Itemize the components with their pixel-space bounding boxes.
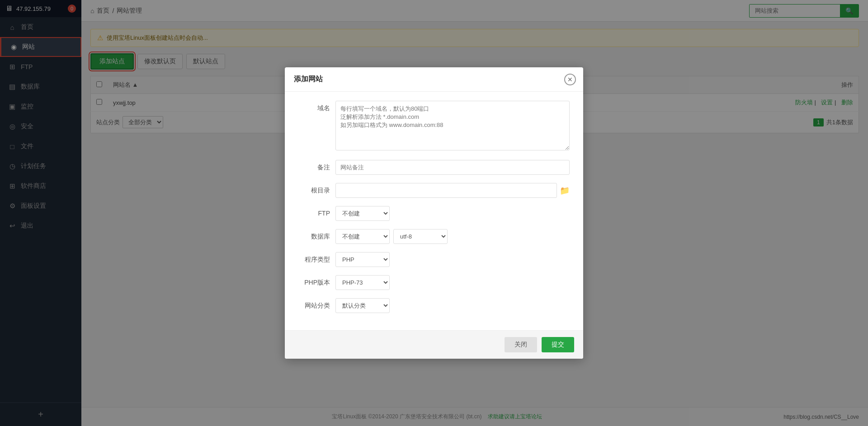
phpversion-select[interactable]: PHP-73 [335,275,390,290]
modal-close-btn[interactable]: 关闭 [505,337,537,352]
add-website-modal: 添加网站 ✕ 域名 备注 根目录 [285,67,583,359]
modal-close-button[interactable]: ✕ [564,74,576,85]
form-row-rootdir: 根目录 /www/wwwroot 📁 [298,183,570,198]
note-control [335,160,570,175]
domain-label: 域名 [298,101,330,112]
phpversion-control: PHP-73 [335,275,570,290]
form-row-ftp: FTP 不创建 [298,206,570,221]
charset-select[interactable]: utf-8 [393,229,448,244]
domain-control [335,101,570,152]
database-control: 不创建 utf-8 [335,229,570,244]
modal-submit-btn[interactable]: 提交 [542,337,574,352]
ftp-label: FTP [298,206,330,217]
form-row-note: 备注 [298,160,570,175]
rootdir-control: /www/wwwroot 📁 [335,183,570,198]
form-row-phpversion: PHP版本 PHP-73 [298,275,570,290]
ftp-select[interactable]: 不创建 [335,206,390,221]
rootdir-input[interactable]: /www/wwwroot [335,183,557,198]
ftp-control: 不创建 [335,206,570,221]
form-row-database: 数据库 不创建 utf-8 [298,229,570,244]
modal-overlay: 添加网站 ✕ 域名 备注 根目录 [0,0,868,426]
rootdir-label: 根目录 [298,183,330,195]
modal-body: 域名 备注 根目录 /www/wwwroot 📁 [285,92,583,330]
database-select[interactable]: 不创建 [335,229,390,244]
form-row-sitecategory: 网站分类 默认分类 [298,298,570,313]
domain-textarea[interactable] [335,101,570,150]
programtype-control: PHP [335,252,570,267]
folder-browse-button[interactable]: 📁 [560,186,570,196]
modal-footer: 关闭 提交 [285,330,583,359]
phpversion-label: PHP版本 [298,275,330,287]
note-input[interactable] [335,160,570,175]
sitecategory-control: 默认分类 [335,298,570,313]
form-row-programtype: 程序类型 PHP [298,252,570,267]
database-label: 数据库 [298,229,330,241]
note-label: 备注 [298,160,330,172]
modal-header: 添加网站 ✕ [285,67,583,92]
programtype-label: 程序类型 [298,252,330,264]
sitecategory-label: 网站分类 [298,298,330,310]
modal-title: 添加网站 [294,75,323,84]
sitecategory-select[interactable]: 默认分类 [335,298,390,313]
form-row-domain: 域名 [298,101,570,152]
programtype-select[interactable]: PHP [335,252,390,267]
